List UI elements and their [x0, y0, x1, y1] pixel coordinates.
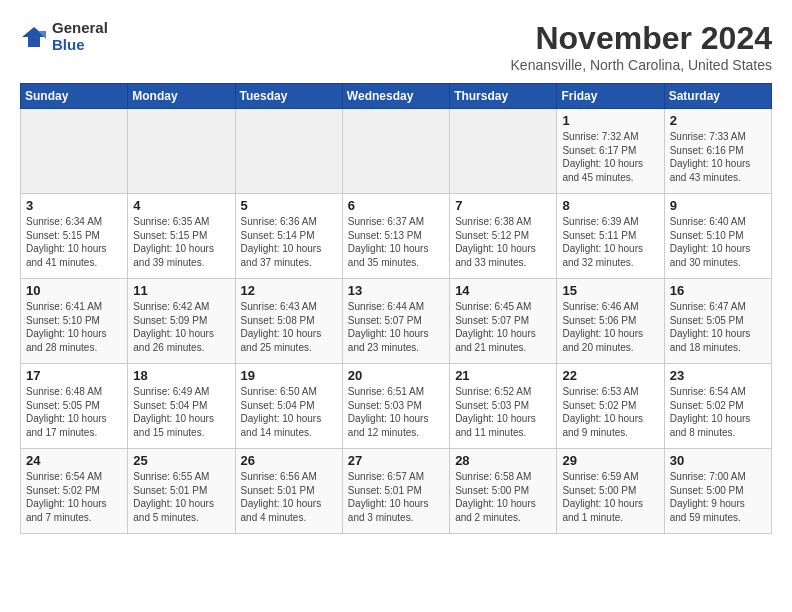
day-info: Sunrise: 6:37 AMSunset: 5:13 PMDaylight:…: [348, 216, 429, 268]
week-row-2: 10Sunrise: 6:41 AMSunset: 5:10 PMDayligh…: [21, 279, 772, 364]
calendar-cell: 21Sunrise: 6:52 AMSunset: 5:03 PMDayligh…: [450, 364, 557, 449]
day-number: 16: [670, 283, 766, 298]
day-info: Sunrise: 6:40 AMSunset: 5:10 PMDaylight:…: [670, 216, 751, 268]
day-info: Sunrise: 6:44 AMSunset: 5:07 PMDaylight:…: [348, 301, 429, 353]
day-info: Sunrise: 6:56 AMSunset: 5:01 PMDaylight:…: [241, 471, 322, 523]
day-info: Sunrise: 6:57 AMSunset: 5:01 PMDaylight:…: [348, 471, 429, 523]
day-number: 14: [455, 283, 551, 298]
calendar-table: SundayMondayTuesdayWednesdayThursdayFrid…: [20, 83, 772, 534]
logo-text: General Blue: [52, 20, 108, 53]
day-info: Sunrise: 6:58 AMSunset: 5:00 PMDaylight:…: [455, 471, 536, 523]
logo: General Blue: [20, 20, 108, 53]
day-info: Sunrise: 6:59 AMSunset: 5:00 PMDaylight:…: [562, 471, 643, 523]
week-row-3: 17Sunrise: 6:48 AMSunset: 5:05 PMDayligh…: [21, 364, 772, 449]
day-info: Sunrise: 6:54 AMSunset: 5:02 PMDaylight:…: [26, 471, 107, 523]
day-info: Sunrise: 6:48 AMSunset: 5:05 PMDaylight:…: [26, 386, 107, 438]
calendar-cell: 8Sunrise: 6:39 AMSunset: 5:11 PMDaylight…: [557, 194, 664, 279]
calendar-cell: 5Sunrise: 6:36 AMSunset: 5:14 PMDaylight…: [235, 194, 342, 279]
day-info: Sunrise: 7:32 AMSunset: 6:17 PMDaylight:…: [562, 131, 643, 183]
calendar-cell: 27Sunrise: 6:57 AMSunset: 5:01 PMDayligh…: [342, 449, 449, 534]
week-row-1: 3Sunrise: 6:34 AMSunset: 5:15 PMDaylight…: [21, 194, 772, 279]
day-number: 27: [348, 453, 444, 468]
calendar-cell: 13Sunrise: 6:44 AMSunset: 5:07 PMDayligh…: [342, 279, 449, 364]
day-number: 10: [26, 283, 122, 298]
calendar-cell: 20Sunrise: 6:51 AMSunset: 5:03 PMDayligh…: [342, 364, 449, 449]
calendar-cell: [128, 109, 235, 194]
calendar-subtitle: Kenansville, North Carolina, United Stat…: [511, 57, 772, 73]
title-area: November 2024 Kenansville, North Carolin…: [511, 20, 772, 73]
calendar-cell: 9Sunrise: 6:40 AMSunset: 5:10 PMDaylight…: [664, 194, 771, 279]
day-number: 29: [562, 453, 658, 468]
col-header-friday: Friday: [557, 84, 664, 109]
day-number: 17: [26, 368, 122, 383]
calendar-title: November 2024: [511, 20, 772, 57]
calendar-cell: 30Sunrise: 7:00 AMSunset: 5:00 PMDayligh…: [664, 449, 771, 534]
calendar-cell: 19Sunrise: 6:50 AMSunset: 5:04 PMDayligh…: [235, 364, 342, 449]
day-info: Sunrise: 6:52 AMSunset: 5:03 PMDaylight:…: [455, 386, 536, 438]
calendar-cell: 12Sunrise: 6:43 AMSunset: 5:08 PMDayligh…: [235, 279, 342, 364]
day-number: 20: [348, 368, 444, 383]
day-number: 24: [26, 453, 122, 468]
col-header-tuesday: Tuesday: [235, 84, 342, 109]
day-info: Sunrise: 6:34 AMSunset: 5:15 PMDaylight:…: [26, 216, 107, 268]
calendar-cell: 26Sunrise: 6:56 AMSunset: 5:01 PMDayligh…: [235, 449, 342, 534]
week-row-0: 1Sunrise: 7:32 AMSunset: 6:17 PMDaylight…: [21, 109, 772, 194]
calendar-cell: 11Sunrise: 6:42 AMSunset: 5:09 PMDayligh…: [128, 279, 235, 364]
day-info: Sunrise: 6:41 AMSunset: 5:10 PMDaylight:…: [26, 301, 107, 353]
day-number: 13: [348, 283, 444, 298]
calendar-cell: 29Sunrise: 6:59 AMSunset: 5:00 PMDayligh…: [557, 449, 664, 534]
calendar-cell: 22Sunrise: 6:53 AMSunset: 5:02 PMDayligh…: [557, 364, 664, 449]
day-number: 11: [133, 283, 229, 298]
day-info: Sunrise: 6:43 AMSunset: 5:08 PMDaylight:…: [241, 301, 322, 353]
logo-general-text: General: [52, 20, 108, 37]
calendar-cell: 28Sunrise: 6:58 AMSunset: 5:00 PMDayligh…: [450, 449, 557, 534]
day-info: Sunrise: 6:36 AMSunset: 5:14 PMDaylight:…: [241, 216, 322, 268]
logo-icon: [20, 23, 48, 51]
day-info: Sunrise: 6:45 AMSunset: 5:07 PMDaylight:…: [455, 301, 536, 353]
calendar-cell: 4Sunrise: 6:35 AMSunset: 5:15 PMDaylight…: [128, 194, 235, 279]
day-info: Sunrise: 6:50 AMSunset: 5:04 PMDaylight:…: [241, 386, 322, 438]
day-info: Sunrise: 7:33 AMSunset: 6:16 PMDaylight:…: [670, 131, 751, 183]
col-header-monday: Monday: [128, 84, 235, 109]
day-number: 19: [241, 368, 337, 383]
col-header-saturday: Saturday: [664, 84, 771, 109]
calendar-cell: 6Sunrise: 6:37 AMSunset: 5:13 PMDaylight…: [342, 194, 449, 279]
calendar-cell: 14Sunrise: 6:45 AMSunset: 5:07 PMDayligh…: [450, 279, 557, 364]
day-info: Sunrise: 6:54 AMSunset: 5:02 PMDaylight:…: [670, 386, 751, 438]
day-number: 12: [241, 283, 337, 298]
col-header-wednesday: Wednesday: [342, 84, 449, 109]
header-row: SundayMondayTuesdayWednesdayThursdayFrid…: [21, 84, 772, 109]
calendar-cell: 10Sunrise: 6:41 AMSunset: 5:10 PMDayligh…: [21, 279, 128, 364]
day-info: Sunrise: 6:49 AMSunset: 5:04 PMDaylight:…: [133, 386, 214, 438]
calendar-cell: [21, 109, 128, 194]
calendar-cell: [235, 109, 342, 194]
day-number: 1: [562, 113, 658, 128]
calendar-header: SundayMondayTuesdayWednesdayThursdayFrid…: [21, 84, 772, 109]
calendar-cell: 18Sunrise: 6:49 AMSunset: 5:04 PMDayligh…: [128, 364, 235, 449]
calendar-cell: 3Sunrise: 6:34 AMSunset: 5:15 PMDaylight…: [21, 194, 128, 279]
day-info: Sunrise: 6:42 AMSunset: 5:09 PMDaylight:…: [133, 301, 214, 353]
calendar-cell: 7Sunrise: 6:38 AMSunset: 5:12 PMDaylight…: [450, 194, 557, 279]
calendar-cell: [450, 109, 557, 194]
col-header-thursday: Thursday: [450, 84, 557, 109]
calendar-cell: 17Sunrise: 6:48 AMSunset: 5:05 PMDayligh…: [21, 364, 128, 449]
day-number: 23: [670, 368, 766, 383]
day-number: 28: [455, 453, 551, 468]
day-info: Sunrise: 6:39 AMSunset: 5:11 PMDaylight:…: [562, 216, 643, 268]
day-number: 6: [348, 198, 444, 213]
day-number: 8: [562, 198, 658, 213]
day-number: 21: [455, 368, 551, 383]
day-info: Sunrise: 6:47 AMSunset: 5:05 PMDaylight:…: [670, 301, 751, 353]
day-info: Sunrise: 7:00 AMSunset: 5:00 PMDaylight:…: [670, 471, 746, 523]
day-info: Sunrise: 6:46 AMSunset: 5:06 PMDaylight:…: [562, 301, 643, 353]
calendar-cell: 25Sunrise: 6:55 AMSunset: 5:01 PMDayligh…: [128, 449, 235, 534]
day-number: 5: [241, 198, 337, 213]
day-number: 4: [133, 198, 229, 213]
day-info: Sunrise: 6:51 AMSunset: 5:03 PMDaylight:…: [348, 386, 429, 438]
col-header-sunday: Sunday: [21, 84, 128, 109]
calendar-cell: 24Sunrise: 6:54 AMSunset: 5:02 PMDayligh…: [21, 449, 128, 534]
day-number: 26: [241, 453, 337, 468]
day-number: 18: [133, 368, 229, 383]
calendar-body: 1Sunrise: 7:32 AMSunset: 6:17 PMDaylight…: [21, 109, 772, 534]
calendar-cell: 15Sunrise: 6:46 AMSunset: 5:06 PMDayligh…: [557, 279, 664, 364]
